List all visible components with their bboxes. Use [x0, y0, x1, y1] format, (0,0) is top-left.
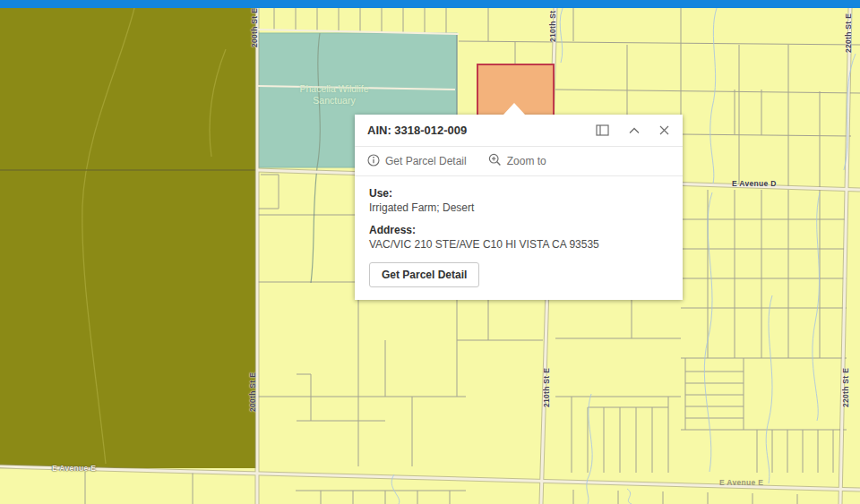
use-field-label: Use: — [369, 187, 668, 200]
collapse-icon[interactable] — [628, 126, 641, 135]
popup-action-bar: Get Parcel Detail Zoom to — [355, 146, 683, 176]
address-field-value: VAC/VIC 210 STE/AVE C10 HI VISTA CA 9353… — [369, 238, 668, 251]
zoom-in-icon — [488, 153, 502, 169]
desert-area-polygon — [0, 8, 257, 468]
browser-top-bar — [0, 0, 860, 8]
get-parcel-detail-action-label: Get Parcel Detail — [385, 155, 467, 167]
use-field-value: Irrigated Farm; Desert — [369, 201, 668, 214]
get-parcel-detail-action[interactable]: Get Parcel Detail — [367, 154, 467, 169]
popup-body: Use: Irrigated Farm; Desert Address: VAC… — [355, 176, 683, 300]
popup-header: AIN: 3318-012-009 — [355, 115, 683, 146]
map-viewport[interactable]: 200th St E 200th St E 210th St 210th St … — [0, 0, 860, 504]
parcel-popup: AIN: 3318-012-009 — [355, 115, 683, 300]
popup-pointer — [503, 103, 525, 115]
zoom-to-action[interactable]: Zoom to — [488, 153, 546, 169]
info-icon — [367, 154, 380, 169]
close-icon[interactable] — [658, 124, 670, 136]
popup-window-controls — [595, 124, 670, 137]
dock-icon[interactable] — [595, 124, 610, 137]
address-field-label: Address: — [369, 224, 668, 236]
get-parcel-detail-button[interactable]: Get Parcel Detail — [369, 262, 479, 287]
zoom-to-action-label: Zoom to — [507, 155, 546, 167]
popup-title: AIN: 3318-012-009 — [367, 124, 595, 137]
